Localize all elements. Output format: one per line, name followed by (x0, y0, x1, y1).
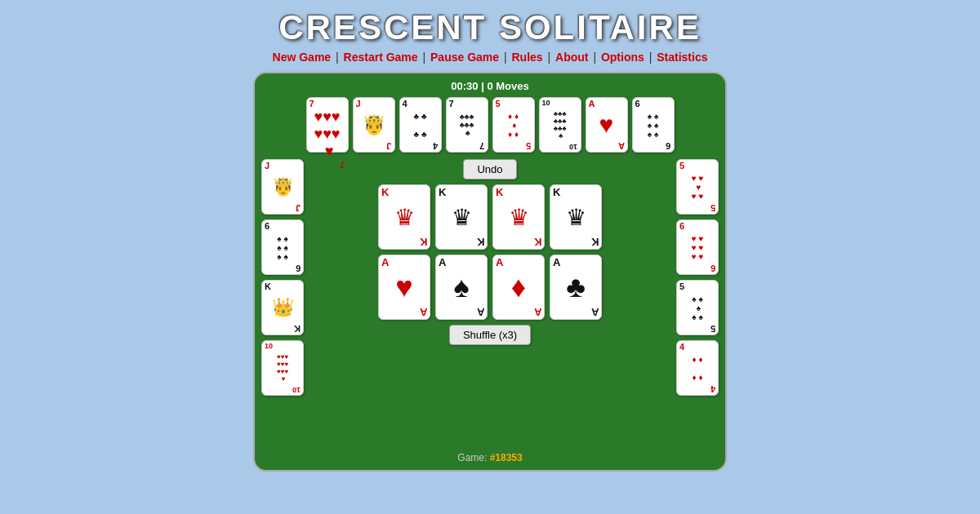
game-number: Game: #18353 (457, 452, 522, 463)
middle-section: J 🤴 J 6 ♠ ♠♠ ♠♠ ♠ 6 K 👑 K 10 ♥♥♥♥♥♥♥♥♥ ♥… (261, 159, 719, 447)
timer: 00:30 (451, 80, 478, 92)
shuffle-button[interactable]: Shuffle (x3) (449, 325, 531, 345)
moves-count: 0 Moves (487, 80, 528, 92)
card-ks[interactable]: K 👑 K (261, 280, 304, 335)
foundation-ac[interactable]: A ♣ A (550, 255, 602, 320)
nav-new-game[interactable]: New Game (273, 51, 332, 64)
card-7c[interactable]: 7 ♣♣♣♣♣♣ ♣ 7 (446, 97, 488, 153)
card-5s[interactable]: 5 ♠ ♠ ♠♠ ♠ 5 (676, 280, 719, 335)
right-column: 5 ♥ ♥ ♥♥ ♥ 5 6 ♥ ♥♥ ♥♥ ♥ 6 5 ♠ ♠ ♠♠ ♠ 5 … (676, 159, 719, 447)
card-6h[interactable]: 6 ♥ ♥♥ ♥♥ ♥ 6 (676, 219, 719, 275)
card-5h[interactable]: 5 ♥ ♥ ♥♥ ♥ 5 (676, 159, 719, 215)
center-column: Undo K ♛ K K ♛ K K ♛ (304, 159, 676, 447)
foundation-aces-row: A ♥ A A ♠ A A ♦ A A (378, 255, 602, 320)
navigation: New Game | Restart Game | Pause Game | R… (273, 51, 708, 64)
card-jd[interactable]: J 🤴 J (353, 97, 395, 153)
nav-pause-game[interactable]: Pause Game (430, 51, 499, 64)
card-10h[interactable]: 10 ♥♥♥♥♥♥♥♥♥ ♥ 10 (261, 340, 304, 396)
card-5d[interactable]: 5 ♦ ♦ ♦♦ ♦ 5 (492, 97, 535, 153)
foundation-ah[interactable]: A ♥ A (378, 255, 430, 320)
left-column: J 🤴 J 6 ♠ ♠♠ ♠♠ ♠ 6 K 👑 K 10 ♥♥♥♥♥♥♥♥♥ ♥… (261, 159, 304, 447)
game-number-value: #18353 (490, 452, 523, 463)
card-7h[interactable]: 7 ♥♥♥♥♥♥ ♥ 7 (306, 97, 349, 153)
card-jh[interactable]: J 🤴 J (261, 159, 304, 215)
foundation-ad[interactable]: A ♦ A (492, 255, 545, 320)
card-ah[interactable]: A ♥ A (586, 97, 628, 153)
top-row: 7 ♥♥♥♥♥♥ ♥ 7 J 🤴 J 4 ♣ ♣♣ ♣ 4 7 ♣♣♣♣♣♣ ♣… (306, 97, 675, 153)
foundation-kc[interactable]: K ♛ K (550, 184, 602, 250)
foundation-kd[interactable]: K ♛ K (492, 184, 545, 250)
foundation-kh[interactable]: K ♛ K (378, 184, 430, 250)
foundation-as[interactable]: A ♠ A (435, 255, 488, 320)
card-4d[interactable]: 4 ♦ ♦♦ ♦ 4 (676, 340, 719, 396)
card-4c[interactable]: 4 ♣ ♣♣ ♣ 4 (399, 97, 442, 153)
foundation-kings-row: K ♛ K K ♛ K K ♛ K K (378, 184, 602, 250)
nav-restart-game[interactable]: Restart Game (344, 51, 418, 64)
nav-options[interactable]: Options (601, 51, 644, 64)
nav-rules[interactable]: Rules (512, 51, 543, 64)
undo-button[interactable]: Undo (463, 159, 516, 179)
game-title: CRESCENT SOLITAIRE (278, 8, 702, 47)
nav-statistics[interactable]: Statistics (657, 51, 707, 64)
nav-about[interactable]: About (555, 51, 588, 64)
game-area: 00:30 | 0 Moves 7 ♥♥♥♥♥♥ ♥ 7 J 🤴 J 4 ♣ ♣… (253, 72, 727, 472)
foundation-ks[interactable]: K ♛ K (435, 184, 488, 250)
card-6s2[interactable]: 6 ♠ ♠♠ ♠♠ ♠ 6 (261, 219, 304, 275)
status-bar: 00:30 | 0 Moves (451, 80, 528, 92)
card-10c[interactable]: 10 ♣♣♣♣♣♣♣♣♣ ♣ 10 (539, 97, 581, 153)
card-6s[interactable]: 6 ♠ ♠♠ ♠♠ ♠ 6 (632, 97, 675, 153)
